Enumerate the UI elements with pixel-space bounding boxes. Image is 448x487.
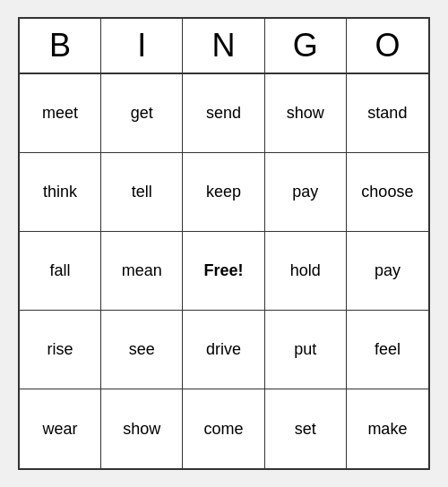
- bingo-cell-12[interactable]: Free!: [183, 232, 264, 311]
- header-n: N: [183, 19, 264, 73]
- bingo-cell-15[interactable]: rise: [20, 311, 101, 389]
- bingo-cell-13[interactable]: hold: [265, 232, 347, 311]
- bingo-header: B I N G O: [20, 19, 428, 74]
- bingo-cell-24[interactable]: make: [347, 389, 428, 468]
- bingo-cell-7[interactable]: keep: [183, 153, 264, 232]
- bingo-cell-3[interactable]: show: [265, 74, 347, 153]
- bingo-cell-22[interactable]: come: [183, 389, 264, 468]
- bingo-cell-1[interactable]: get: [101, 74, 183, 153]
- bingo-card: B I N G O meetgetsendshowstandthinktellk…: [18, 17, 430, 470]
- bingo-cell-4[interactable]: stand: [347, 74, 428, 153]
- bingo-cell-14[interactable]: pay: [347, 232, 428, 311]
- header-o: O: [347, 19, 428, 73]
- bingo-cell-11[interactable]: mean: [101, 232, 183, 311]
- bingo-cell-23[interactable]: set: [265, 389, 347, 468]
- bingo-cell-10[interactable]: fall: [20, 232, 101, 311]
- bingo-cell-17[interactable]: drive: [183, 311, 264, 389]
- bingo-cell-19[interactable]: feel: [347, 311, 428, 389]
- bingo-cell-16[interactable]: see: [101, 311, 183, 389]
- bingo-cell-18[interactable]: put: [265, 311, 347, 389]
- bingo-cell-8[interactable]: pay: [265, 153, 347, 232]
- header-i: I: [101, 19, 183, 73]
- bingo-grid: meetgetsendshowstandthinktellkeeppaychoo…: [20, 74, 428, 468]
- bingo-cell-2[interactable]: send: [183, 74, 264, 153]
- bingo-cell-21[interactable]: show: [101, 389, 183, 468]
- bingo-cell-9[interactable]: choose: [347, 153, 428, 232]
- header-g: G: [265, 19, 347, 73]
- header-b: B: [20, 19, 101, 73]
- bingo-cell-5[interactable]: think: [20, 153, 101, 232]
- bingo-cell-6[interactable]: tell: [101, 153, 183, 232]
- bingo-cell-20[interactable]: wear: [20, 389, 101, 468]
- bingo-cell-0[interactable]: meet: [20, 74, 101, 153]
